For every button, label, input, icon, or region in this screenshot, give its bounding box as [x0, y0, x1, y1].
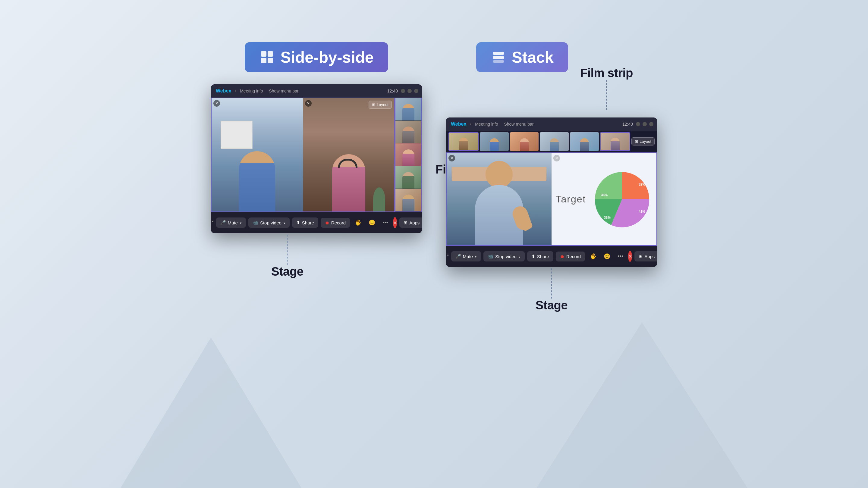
end-call-btn-right[interactable]: ✕ — [628, 251, 632, 262]
maximize-btn-left[interactable] — [407, 89, 412, 93]
record-btn-right[interactable]: ⏺ Record — [556, 252, 585, 261]
stop-video-btn-left[interactable]: 📹 Stop video ∨ — [248, 218, 290, 228]
close-btn-right[interactable] — [649, 122, 653, 126]
layout-icon-right: ⊞ — [635, 139, 638, 144]
svg-rect-4 — [493, 52, 504, 55]
share-icon-right: ⬆ — [531, 254, 535, 259]
meeting-info-left[interactable]: Meeting info — [240, 89, 263, 93]
minimize-btn-left[interactable] — [401, 89, 405, 93]
sbs-filmstrip — [395, 98, 422, 212]
stack-label: Stack — [512, 48, 554, 66]
stack-shared-close[interactable]: ✕ — [553, 155, 560, 161]
record-label-left: Record — [331, 220, 346, 225]
filmstrip-line-right — [606, 80, 607, 110]
maximize-btn-right[interactable] — [643, 122, 647, 126]
show-menu-right[interactable]: Show menu bar — [504, 122, 533, 127]
participant-woman-close[interactable]: ✕ — [305, 100, 312, 107]
share-btn-left[interactable]: ⬆ Share — [292, 218, 318, 228]
minimize-btn-right[interactable] — [636, 122, 640, 126]
layout-label-right: Layout — [640, 139, 651, 144]
stop-video-label-right: Stop video — [495, 254, 517, 259]
stack-window: Webex • Meeting info Show menu bar 12:40 — [446, 118, 657, 267]
stage-line-right — [551, 268, 552, 298]
target-title: Target — [556, 194, 586, 205]
stack-icon — [491, 50, 506, 65]
reaction-icon-right[interactable]: 😊 — [601, 252, 613, 261]
end-call-icon-left: ✕ — [393, 220, 397, 226]
stack-titlebar: Webex • Meeting info Show menu bar 12:40 — [446, 118, 657, 131]
window-controls-right — [636, 122, 653, 126]
filmstrip-thumb-2[interactable] — [396, 121, 421, 143]
stack-thumb-1[interactable] — [448, 132, 478, 151]
stop-video-label-left: Stop video — [260, 220, 281, 225]
stage-label-right: Stage — [535, 298, 567, 312]
participant-woman: ✕ — [303, 98, 395, 212]
mute-btn-right[interactable]: 🎤 Mute ∨ — [451, 251, 481, 261]
sbs-main-videos: ✕ — [212, 98, 394, 212]
filmstrip-label-right: Film strip — [580, 66, 633, 80]
sbs-stage: ✕ — [211, 98, 395, 212]
participant-man: ✕ — [212, 98, 303, 212]
thumb-bg-4 — [396, 166, 421, 189]
layout-btn-right[interactable]: ⊞ Layout — [631, 137, 655, 145]
stack-thumb-4[interactable] — [540, 132, 569, 151]
side-by-side-label: Side-by-side — [280, 48, 373, 66]
mic-icon-left: 🎤 — [220, 220, 226, 225]
sbs-window: Webex • Meeting info Show menu bar 12:40 — [211, 84, 422, 233]
meeting-info-right[interactable]: Meeting info — [475, 122, 498, 127]
stack-thumb-6[interactable] — [600, 132, 630, 151]
more-icon-right[interactable]: ••• — [615, 252, 626, 261]
reaction-icon-left[interactable]: 😊 — [366, 218, 378, 227]
time-right: 12:40 — [622, 122, 633, 127]
filmstrip-annotation-right: Film strip — [580, 66, 633, 110]
mic-icon-right: 🎤 — [456, 254, 461, 259]
record-btn-left[interactable]: ⏺ Record — [321, 218, 350, 228]
share-label-right: Share — [537, 254, 549, 259]
stop-video-btn-right[interactable]: 📹 Stop video ∨ — [484, 251, 525, 261]
sbs-toolbar-left: ↻ 💬 • — [211, 219, 214, 226]
window-controls-left — [401, 89, 418, 93]
sbs-toolbar: ↻ 💬 • 🎤 Mute ∨ 📹 Stop video ∨ — [211, 212, 422, 233]
filmstrip-thumb-1[interactable] — [396, 98, 421, 121]
mute-chevron-right: ∨ — [475, 255, 477, 258]
emoji-icon-right[interactable]: 🖐 — [587, 252, 599, 261]
stack-thumb-5[interactable] — [570, 132, 599, 151]
share-btn-right[interactable]: ⬆ Share — [527, 251, 553, 261]
stack-shared-content: ✕ Target — [552, 153, 656, 245]
filmstrip-thumb-4[interactable] — [396, 166, 421, 189]
stack-thumb-2[interactable] — [480, 132, 509, 151]
layout-icon-left: ⊞ — [372, 102, 375, 107]
emoji-icon-left[interactable]: 🖐 — [352, 218, 364, 227]
thumb-bg-1 — [396, 98, 421, 121]
svg-rect-1 — [268, 51, 273, 57]
man-video-bg — [212, 98, 303, 212]
participant-man-close[interactable]: ✕ — [213, 100, 220, 107]
filmstrip-thumb-3[interactable] — [396, 143, 421, 166]
show-menu-left[interactable]: Show menu bar — [269, 89, 299, 93]
pie-segment-green-light — [595, 172, 622, 199]
pie-label-2: 41% — [639, 210, 645, 213]
pie-label-1: 52% — [639, 183, 645, 186]
video-icon-left: 📹 — [253, 220, 258, 225]
stack-toolbar-left: ↻ 💬 • — [446, 253, 449, 260]
thumb-bg-2 — [396, 121, 421, 143]
more-icon-left[interactable]: ••• — [380, 218, 391, 227]
stage-annotation-left: Stage — [271, 235, 303, 278]
apps-label-right: Apps — [644, 254, 655, 259]
apps-btn-left[interactable]: ⊞ Apps — [399, 218, 422, 228]
mute-btn-left[interactable]: 🎤 Mute ∨ — [216, 218, 246, 228]
stage-label-left: Stage — [271, 265, 303, 278]
stack-thumb-3[interactable] — [510, 132, 539, 151]
pie-chart: 52% 41% 38% 36% — [592, 169, 652, 229]
apps-btn-right[interactable]: ⊞ Apps — [634, 251, 657, 261]
filmstrip-thumb-5[interactable] — [396, 189, 421, 212]
apps-icon-left: ⊞ — [404, 220, 407, 225]
stack-main-close[interactable]: ✕ — [448, 155, 455, 161]
time-left: 12:40 — [387, 89, 398, 93]
layout-btn-left[interactable]: ⊞ Layout — [369, 101, 392, 109]
end-call-btn-left[interactable]: ✕ — [393, 217, 397, 228]
record-icon-right: ⏺ — [560, 254, 564, 259]
close-btn-left[interactable] — [414, 89, 418, 93]
stack-toolbar-right: ⊞ Apps 👥 ⋯ — [634, 251, 657, 261]
stack-toolbar: ↻ 💬 • 🎤 Mute ∨ 📹 Stop video ∨ — [446, 246, 657, 267]
